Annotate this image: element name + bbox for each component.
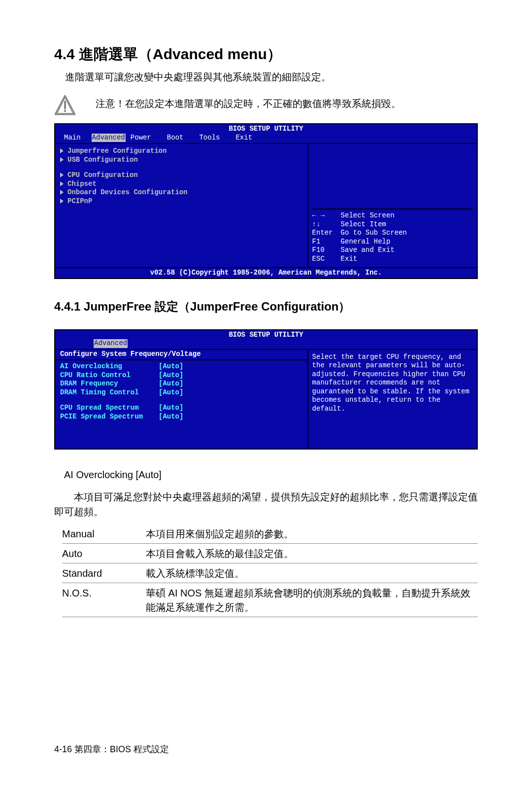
help-text: Select Screen xyxy=(341,211,395,220)
option-val: 載入系統標準設定值。 xyxy=(146,566,478,581)
bios-help-pane: ← →Select Screen ↑↓Select Item EnterGo t… xyxy=(308,144,477,267)
tab-tools: Tools xyxy=(194,134,231,142)
svg-point-3 xyxy=(64,110,66,112)
bios-help-pane: Select the target CPU frequency, and the… xyxy=(308,350,477,449)
menu-item: USB Configuration xyxy=(60,156,302,165)
help-text: General Help xyxy=(341,238,391,246)
tab-exit: Exit xyxy=(231,134,263,142)
help-text: Save and Exit xyxy=(341,246,395,255)
option-row: Manual 本項目用來個別設定超頻的參數。 xyxy=(62,524,478,544)
bios-title: BIOS SETUP UTILITY xyxy=(55,330,477,340)
menu-item: Onboard Devices Configuration xyxy=(60,188,302,197)
menu-item: Chipset xyxy=(60,180,302,189)
option-val: 華碩 AI NOS 無延遲超頻系統會聰明的偵測系統的負載量，自動提升系統效能滿足… xyxy=(146,586,478,615)
option-val: 本項目用來個別設定超頻的參數。 xyxy=(146,527,478,541)
help-text: Select Item xyxy=(341,220,386,229)
tab-boot: Boot xyxy=(162,134,195,142)
tab-advanced: Advanced xyxy=(94,339,128,348)
warning-text: 注意！在您設定本進階選單的設定時，不正確的數值將導致系統損毀。 xyxy=(96,95,478,110)
option-row: Auto 本項目會載入系統的最佳設定值。 xyxy=(62,544,478,563)
options-table: Manual 本項目用來個別設定超頻的參數。 Auto 本項目會載入系統的最佳設… xyxy=(62,524,478,617)
item-description: 本項目可滿足您對於中央處理器超頻的渴望，提供預先設定好的超頻比率，您只需選擇設定… xyxy=(54,489,478,519)
menu-item: CPU Configuration xyxy=(60,171,302,180)
help-description: Select the target CPU frequency, and the… xyxy=(312,353,473,414)
subsection-heading: 4.4.1 JumperFree 設定（JumperFree Configura… xyxy=(54,299,478,314)
help-text: Go to Sub Screen xyxy=(341,229,407,238)
config-row: CPU Spread Spectrum[Auto] xyxy=(60,404,302,413)
menu-item: Jumperfree Configuration xyxy=(60,147,302,156)
bios-screenshot-1: BIOS SETUP UTILITY Main Advanced Power B… xyxy=(54,123,478,279)
config-row: DRAM Frequency[Auto] xyxy=(60,380,302,388)
page-footer: 4-16 第四章：BIOS 程式設定 xyxy=(54,743,169,755)
bios-tabs: Advanced xyxy=(55,339,477,349)
help-key: ESC xyxy=(312,255,341,264)
option-key: Standard xyxy=(62,566,146,581)
warning-block: 注意！在您設定本進階選單的設定時，不正確的數值將導致系統損毀。 xyxy=(54,95,478,116)
bios-screenshot-2: BIOS SETUP UTILITY Advanced Configure Sy… xyxy=(54,329,478,450)
bios-title: BIOS SETUP UTILITY xyxy=(55,124,477,134)
intro-text: 進階選單可讓您改變中央處理器與其他系統裝置的細部設定。 xyxy=(65,70,478,84)
config-row: CPU Ratio Control[Auto] xyxy=(60,371,302,380)
tab-power: Power xyxy=(126,134,162,142)
help-key: F1 xyxy=(312,238,341,246)
option-key: Auto xyxy=(62,547,146,561)
warning-icon xyxy=(54,95,76,116)
option-row: N.O.S. 華碩 AI NOS 無延遲超頻系統會聰明的偵測系統的負載量，自動提… xyxy=(62,583,478,617)
config-row: DRAM Timing Control[Auto] xyxy=(60,388,302,397)
help-key: Enter xyxy=(312,229,341,238)
bios-tabs: Main Advanced Power Boot Tools Exit xyxy=(55,134,477,143)
item-title: AI Overclocking [Auto] xyxy=(64,469,478,481)
tab-main: Main xyxy=(59,134,92,142)
config-header: Configure System Frequency/Voltage xyxy=(55,350,307,361)
option-key: Manual xyxy=(62,527,146,541)
help-key: F10 xyxy=(312,246,341,255)
bios-config-pane: Configure System Frequency/Voltage AI Ov… xyxy=(55,350,308,449)
menu-item: PCIPnP xyxy=(60,197,302,206)
tab-advanced: Advanced xyxy=(92,134,126,142)
bios-menu-pane: Jumperfree Configuration USB Configurati… xyxy=(55,144,308,267)
help-key: ↑↓ xyxy=(312,220,341,229)
option-row: Standard 載入系統標準設定值。 xyxy=(62,563,478,583)
config-row: AI Overclocking[Auto] xyxy=(60,362,302,371)
help-text: Exit xyxy=(341,255,358,264)
option-val: 本項目會載入系統的最佳設定值。 xyxy=(146,547,478,561)
config-row: PCIE Spread Spectrum[Auto] xyxy=(60,413,302,421)
section-heading: 4.4 進階選單（Advanced menu） xyxy=(54,44,478,65)
bios-footer: v02.58 (C)Copyright 1985-2006, American … xyxy=(55,267,477,278)
help-key: ← → xyxy=(312,211,341,220)
option-key: N.O.S. xyxy=(62,586,146,615)
